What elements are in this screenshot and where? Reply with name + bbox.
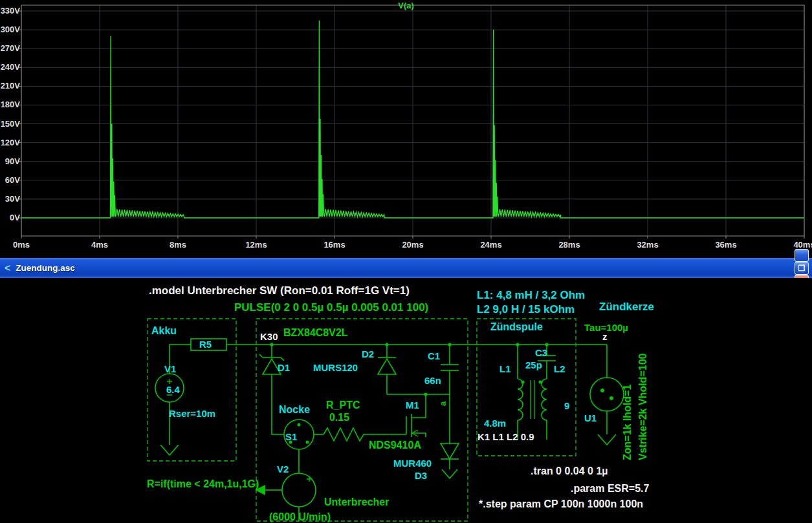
window-titlebar[interactable]: < Zuendung.asc _ ❐ ✕ (0, 258, 812, 278)
schematic-label-param-directive[interactable]: .param ESR=5.7 (571, 484, 649, 495)
schematic-label-rptc-value[interactable]: 0.15 (329, 412, 349, 423)
y-axis-tick: 60V (0, 175, 20, 185)
schematic-label-l1-value[interactable]: 4.8m (484, 418, 506, 429)
schematic-label-c3-ref[interactable]: C3 (535, 348, 547, 358)
schematic-label-v1-ref[interactable]: V1 (164, 364, 176, 374)
schematic-label-u1-zon[interactable]: Zon=1k Ihold=1 (622, 385, 633, 460)
schematic-label-s1-ref[interactable]: S1 (285, 432, 297, 442)
schematic-label-d3-value[interactable]: MUR460 (393, 458, 432, 469)
schematic-label-d3-ref[interactable]: D3 (415, 471, 427, 481)
schematic-label-zuendspule-caption[interactable]: Zündspule (490, 322, 543, 333)
schematic-label-c1-value[interactable]: 66n (424, 376, 441, 386)
schematic-label-l2-value[interactable]: 9 (564, 401, 569, 411)
schematic-label-d1-ref[interactable]: D1 (278, 363, 290, 373)
schematic-label-z-net[interactable]: z (602, 332, 608, 342)
plot-grid (21, 5, 804, 236)
maximize-button[interactable]: ❐ (795, 262, 809, 275)
y-axis-tick: 120V (0, 138, 20, 147)
schematic-label-rpm-caption[interactable]: (6000 U/min) (269, 512, 331, 523)
schematic-label-akku-caption[interactable]: Akku (151, 326, 177, 337)
y-axis-tick: 210V (0, 81, 20, 91)
x-axis-tick: 32ms (628, 240, 667, 250)
x-axis-tick: 36ms (707, 240, 745, 250)
y-axis-tick: 150V (0, 119, 20, 129)
plot-ticks-marks (19, 11, 804, 239)
schematic-label-v1-rser[interactable]: Rser=10m (169, 409, 215, 419)
y-axis-tick: 240V (0, 62, 20, 72)
x-axis-tick: 28ms (550, 240, 589, 250)
schematic-label-k30-net[interactable]: K30 (260, 332, 278, 342)
y-axis-tick: 330V (0, 6, 20, 16)
schematic-label-zuendkerze-caption[interactable]: Zündkerze (599, 301, 654, 313)
x-axis-tick: 24ms (472, 240, 510, 250)
schematic-label-a-net[interactable]: a (439, 401, 448, 406)
y-axis-tick: 180V (0, 100, 20, 109)
schematic-label-step-directive[interactable]: *.step param CP 100n 1000n 100n (479, 499, 643, 510)
y-axis-tick: 90V (0, 156, 20, 166)
waveform-plot-pane[interactable]: V(a) 330V300V270V240V210V180V150V120V90V… (0, 0, 812, 258)
schematic-label-rptc-ref[interactable]: R_PTC (326, 400, 360, 411)
x-axis-tick: 0ms (2, 240, 41, 250)
minimize-button[interactable]: _ (795, 249, 809, 262)
maximize-glyph: ❐ (798, 264, 806, 272)
schematic-label-d2-value[interactable]: MURS120 (313, 363, 358, 373)
y-axis-tick: 270V (0, 43, 20, 53)
schematic-label-u1-vstrike[interactable]: Vstrike=2k Vhold=100 (638, 354, 649, 460)
x-axis-tick: 4ms (80, 240, 119, 250)
schematic-label-unterbrecher-caption[interactable]: Unterbrecher (324, 497, 389, 508)
schematic-label-l2-ref[interactable]: L2 (554, 364, 565, 374)
schematic-label-d2-ref[interactable]: D2 (362, 349, 374, 359)
schematic-label-l1-ref[interactable]: L1 (499, 364, 511, 374)
schematic-label-v2-ref[interactable]: V2 (277, 464, 289, 475)
schematic-label-m1-value[interactable]: NDS9410A (369, 440, 421, 451)
schematic-label-l1-info[interactable]: L1: 4,8 mH / 3,2 Ohm (477, 290, 585, 301)
schematic-label-pulse-directive[interactable]: PULSE(0 2 0 0.5µ 0.5µ 0.005 0.01 100) (234, 302, 428, 314)
schematic-label-m1-ref[interactable]: M1 (406, 400, 419, 411)
x-axis-tick: 12ms (237, 240, 276, 250)
plot-canvas (0, 0, 812, 258)
plot-trace-title[interactable]: V(a) (0, 1, 812, 10)
schematic-label-c1-ref[interactable]: C1 (428, 351, 440, 361)
minimize-glyph: _ (800, 254, 804, 262)
x-axis-tick: 16ms (315, 240, 354, 250)
x-axis-tick: 20ms (393, 240, 432, 250)
x-axis-tick: 8ms (159, 240, 197, 250)
y-axis-tick: 30V (0, 194, 20, 204)
schematic-label-tran-directive[interactable]: .tran 0 0.04 0 1µ (531, 466, 608, 477)
schematic-label-c3-value[interactable]: 25p (525, 360, 542, 370)
schematic-pane[interactable]: .model Unterbrecher SW (Ron=0.01 Roff=1G… (0, 278, 812, 523)
schematic-label-v1-value[interactable]: 6.4 (166, 385, 180, 395)
schematic-label-r5-ref[interactable]: R5 (199, 339, 212, 350)
schematic-label-nocke-caption[interactable]: Nocke (279, 405, 310, 416)
y-axis-tick: 300V (0, 25, 20, 34)
window-title: Zuendung.asc (16, 263, 793, 273)
schematic-label-l2-info[interactable]: L2 9,0 H / 15 kOhm (477, 304, 575, 315)
schematic-label-k1-directive[interactable]: K1 L1 L2 0.9 (477, 432, 534, 442)
schematic-label-rif-directive[interactable]: R=if(time < 24m,1u,1G) (147, 479, 259, 490)
y-axis-tick: 0V (0, 213, 20, 222)
schematic-label-model-directive[interactable]: .model Unterbrecher SW (Ron=0.01 Roff=1G… (149, 285, 410, 297)
schematic-label-u1-ref[interactable]: U1 (584, 413, 597, 423)
window-icon: < (5, 262, 10, 274)
schematic-label-bzx-value[interactable]: BZX84C8V2L (283, 328, 348, 339)
